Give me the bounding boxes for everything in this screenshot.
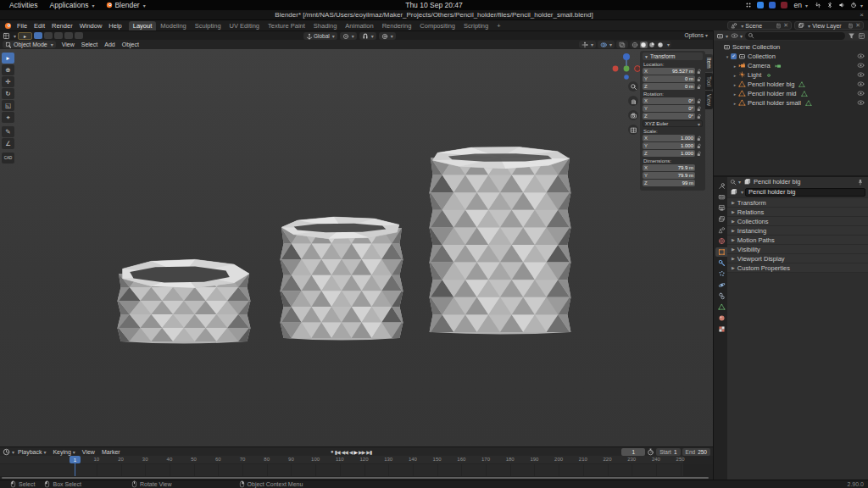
dimensions-x-field[interactable]: X79.9 m bbox=[643, 164, 695, 171]
properties-tab-material[interactable] bbox=[715, 313, 727, 323]
viewport-menu-view[interactable]: View bbox=[58, 42, 78, 47]
lock-icon[interactable] bbox=[696, 76, 702, 82]
workspace-tab-texture-paint[interactable]: Texture Paint bbox=[264, 21, 309, 30]
properties-tab-render[interactable] bbox=[715, 192, 727, 202]
properties-tab-particles[interactable] bbox=[715, 269, 727, 279]
jump-to-end-button[interactable]: ▶▮ bbox=[366, 449, 371, 455]
timeline-ruler[interactable]: 1 10203040506070809010011012013014015016… bbox=[0, 456, 713, 464]
locations-toggle[interactable] bbox=[64, 32, 73, 39]
current-frame-indicator[interactable]: 1 bbox=[70, 456, 81, 463]
funnel-filter-icon[interactable] bbox=[848, 32, 855, 40]
workspace-tab-modeling[interactable]: Modeling bbox=[156, 21, 190, 30]
rotate-tool[interactable]: ↻ bbox=[2, 88, 14, 99]
menu-help[interactable]: Help bbox=[105, 22, 125, 30]
lock-icon[interactable] bbox=[696, 143, 702, 149]
view-layer-selector[interactable]: ▾ View Layer ✕ bbox=[794, 21, 864, 30]
mode-dropdown[interactable]: Object Mode▾ bbox=[3, 41, 56, 48]
sidebar-tab-view[interactable]: View bbox=[705, 91, 713, 109]
outliner-row-pencil-holder-mid[interactable]: ▸Pencil holder mid bbox=[714, 89, 868, 98]
properties-tab-view-layer[interactable] bbox=[715, 214, 727, 224]
volume-icon[interactable] bbox=[838, 2, 845, 8]
properties-tab-modifiers[interactable] bbox=[715, 258, 727, 268]
menu-file[interactable]: File bbox=[14, 22, 31, 30]
show-overlays-toggle[interactable]: ▾ bbox=[598, 41, 615, 48]
expander-icon[interactable]: ▸ bbox=[732, 82, 738, 87]
menu-edit[interactable]: Edit bbox=[31, 22, 48, 30]
workspace-tab-shading[interactable]: Shading bbox=[309, 21, 342, 30]
next-keyframe-button[interactable]: ▶▶ bbox=[359, 449, 364, 455]
app-grid-icon[interactable] bbox=[745, 2, 752, 8]
lock-icon[interactable] bbox=[696, 136, 702, 141]
rotation-y-field[interactable]: Y0° bbox=[643, 105, 695, 112]
panel-viewport-display[interactable]: ▶Viewport Display bbox=[727, 253, 868, 263]
expander-icon[interactable]: ▾ bbox=[724, 54, 731, 59]
panel-transform[interactable]: ▶Transform bbox=[727, 197, 868, 207]
location-x-field[interactable]: X95.527 m bbox=[643, 68, 695, 75]
new-scene-icon[interactable] bbox=[776, 23, 782, 29]
timeline-scrollbar[interactable] bbox=[0, 476, 713, 480]
current-frame-field[interactable]: 1 bbox=[621, 448, 645, 456]
outliner-search-input[interactable] bbox=[745, 32, 845, 40]
workspace-tab-compositing[interactable]: Compositing bbox=[415, 21, 459, 30]
transform-panel-header[interactable]: ▼Transform bbox=[643, 53, 703, 60]
auto-keying-button[interactable]: ● bbox=[331, 449, 333, 454]
panel-instancing[interactable]: ▶Instancing bbox=[727, 225, 868, 235]
viewport-menu-select[interactable]: Select bbox=[78, 42, 101, 47]
object-pencil-holder-big[interactable] bbox=[384, 147, 639, 340]
viewport-3d[interactable]: ▸⊕✛↻◱⌖✎∠CAD ▼Transform Location:X95.527 … bbox=[0, 49, 713, 446]
viewport-canvas[interactable] bbox=[0, 49, 713, 446]
rendered-shading-button[interactable] bbox=[657, 42, 665, 48]
timeline-editor-type[interactable]: ▾ bbox=[3, 448, 14, 456]
timeline-tracks[interactable] bbox=[0, 464, 713, 476]
perspective-toggle-button[interactable] bbox=[628, 125, 638, 135]
tray-app-icon[interactable] bbox=[781, 2, 787, 8]
play-button[interactable]: ▶ bbox=[353, 449, 357, 455]
scene-selector[interactable]: ▾ Scene ✕ bbox=[727, 21, 792, 30]
menu-render[interactable]: Render bbox=[48, 22, 76, 30]
timeline-menu-keying[interactable]: Keying▾ bbox=[49, 449, 78, 455]
timeline-menu-playback[interactable]: Playback▾ bbox=[14, 449, 49, 455]
outliner-row-camera[interactable]: ▸Camera bbox=[714, 61, 868, 70]
eye-icon[interactable] bbox=[857, 53, 865, 60]
affect-only-toggle[interactable] bbox=[75, 32, 83, 39]
scrollbar-thumb[interactable] bbox=[2, 477, 709, 479]
panel-collections[interactable]: ▶Collections bbox=[727, 216, 868, 225]
lock-icon[interactable] bbox=[696, 106, 702, 112]
sidebar-tab-tool[interactable]: Tool bbox=[705, 73, 713, 90]
editor-type-icon[interactable] bbox=[3, 32, 10, 40]
stopwatch-icon[interactable] bbox=[647, 448, 654, 456]
panel-motion-paths[interactable]: ▶Motion Paths bbox=[727, 235, 868, 244]
panel-custom-properties[interactable]: ▶Custom Properties bbox=[727, 263, 868, 272]
play-reverse-button[interactable]: ◀ bbox=[349, 449, 353, 455]
expander-icon[interactable]: ▸ bbox=[732, 64, 738, 69]
properties-tab-tool[interactable] bbox=[715, 181, 727, 191]
camera-view-button[interactable] bbox=[628, 110, 638, 120]
outliner-filter-dropdown[interactable]: ▾ bbox=[731, 32, 743, 40]
outliner-display-mode[interactable]: ▾ bbox=[716, 32, 728, 40]
app-menu-blender[interactable]: Blender▾ bbox=[102, 1, 149, 9]
expander-icon[interactable]: ▸ bbox=[732, 101, 738, 106]
timeline-menu-view[interactable]: View bbox=[79, 449, 98, 455]
measure-tool[interactable]: ∠ bbox=[2, 138, 14, 149]
parents-toggle[interactable] bbox=[54, 32, 63, 39]
object-name-input[interactable]: Pencil holder big bbox=[745, 188, 865, 197]
panel-relations[interactable]: ▶Relations bbox=[727, 207, 868, 216]
eye-icon[interactable] bbox=[857, 71, 865, 79]
transform-orientation-dropdown[interactable]: Global▾ bbox=[303, 32, 337, 40]
scale-x-field[interactable]: X1.000 bbox=[643, 135, 695, 141]
workspace-tab-animation[interactable]: Animation bbox=[341, 21, 377, 30]
rotation-z-field[interactable]: Z0° bbox=[643, 113, 695, 119]
properties-tab-constraints[interactable] bbox=[715, 291, 727, 301]
location-y-field[interactable]: Y0 m bbox=[643, 75, 695, 82]
workspace-tab-rendering[interactable]: Rendering bbox=[378, 21, 416, 30]
panel-visibility[interactable]: ▶Visibility bbox=[727, 244, 868, 253]
properties-tab-object-data[interactable] bbox=[715, 302, 727, 312]
cursor-tool[interactable]: ⊕ bbox=[2, 64, 14, 75]
viewport-menu-add[interactable]: Add bbox=[101, 42, 118, 47]
show-gizmos-toggle[interactable]: ▾ bbox=[579, 41, 596, 48]
xray-toggle[interactable] bbox=[616, 41, 628, 48]
outliner-row-collection[interactable]: ▾✓Collection bbox=[714, 52, 868, 61]
properties-tab-object[interactable] bbox=[715, 247, 727, 257]
solid-shading-button[interactable] bbox=[640, 42, 648, 48]
move-tool[interactable]: ✛ bbox=[2, 76, 14, 87]
